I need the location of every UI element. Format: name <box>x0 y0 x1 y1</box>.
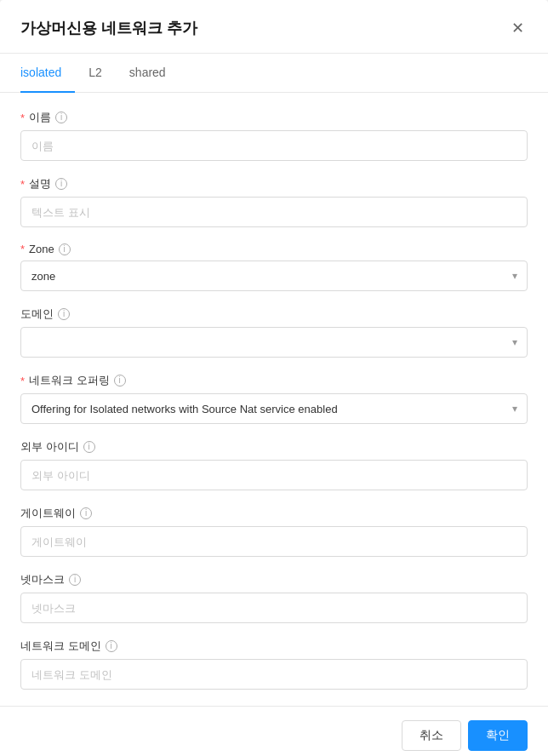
description-input[interactable] <box>20 197 528 227</box>
network-offering-info-icon[interactable]: i <box>114 375 126 387</box>
confirm-button[interactable]: 확인 <box>468 720 528 751</box>
zone-select[interactable]: zone <box>20 261 528 291</box>
tab-isolated[interactable]: isolated <box>20 54 75 93</box>
domain-label: 도메인 i <box>20 306 528 322</box>
tab-shared[interactable]: shared <box>116 54 180 93</box>
dialog-footer: 취소 확인 <box>0 706 548 756</box>
netmask-input[interactable] <box>20 593 528 623</box>
gateway-label-text: 게이트웨이 <box>20 506 76 521</box>
close-button[interactable]: ✕ <box>508 17 528 39</box>
tab-bar: isolated L2 shared <box>0 54 548 93</box>
name-required-mark: * <box>20 112 25 124</box>
gateway-info-icon[interactable]: i <box>80 507 92 519</box>
domain-field-group: 도메인 i ▾ <box>20 306 528 358</box>
dialog: 가상머신용 네트워크 추가 ✕ isolated L2 shared * 이름 … <box>0 0 548 756</box>
netmask-info-icon[interactable]: i <box>69 574 81 586</box>
zone-info-icon[interactable]: i <box>59 243 71 255</box>
zone-select-wrapper: zone ▾ <box>20 261 528 291</box>
external-id-input[interactable] <box>20 460 528 490</box>
external-id-label-text: 외부 아이디 <box>20 439 79 455</box>
zone-label-text: Zone <box>29 243 54 255</box>
name-label-text: 이름 <box>29 110 51 125</box>
network-offering-label: * 네트워크 오퍼링 i <box>20 373 528 388</box>
description-label-text: 설명 <box>29 176 51 192</box>
dialog-body: * 이름 i * 설명 i * Zone i zone <box>0 93 548 706</box>
network-offering-select[interactable]: Offering for Isolated networks with Sour… <box>20 393 528 424</box>
tab-l2[interactable]: L2 <box>75 54 116 93</box>
description-info-icon[interactable]: i <box>55 178 67 190</box>
cancel-button[interactable]: 취소 <box>402 720 461 751</box>
description-field-group: * 설명 i <box>20 176 528 227</box>
external-id-field-group: 외부 아이디 i <box>20 439 528 490</box>
netmask-field-group: 넷마스크 i <box>20 572 528 623</box>
external-id-label: 외부 아이디 i <box>20 439 528 455</box>
gateway-input[interactable] <box>20 526 528 557</box>
network-domain-label: 네트워크 도메인 i <box>20 639 528 654</box>
network-offering-required-mark: * <box>20 375 25 387</box>
domain-label-text: 도메인 <box>20 306 54 322</box>
network-domain-input[interactable] <box>20 659 528 690</box>
network-domain-info-icon[interactable]: i <box>106 640 117 652</box>
domain-select-wrapper: ▾ <box>20 327 528 358</box>
netmask-label: 넷마스크 i <box>20 572 528 587</box>
domain-info-icon[interactable]: i <box>58 308 70 320</box>
network-offering-select-wrapper: Offering for Isolated networks with Sour… <box>20 393 528 424</box>
zone-field-group: * Zone i zone ▾ <box>20 243 528 291</box>
network-domain-label-text: 네트워크 도메인 <box>20 639 101 654</box>
network-offering-label-text: 네트워크 오퍼링 <box>29 373 110 388</box>
description-required-mark: * <box>20 178 25 191</box>
zone-label: * Zone i <box>20 243 528 255</box>
external-id-info-icon[interactable]: i <box>83 441 95 453</box>
network-domain-field-group: 네트워크 도메인 i <box>20 639 528 690</box>
dialog-header: 가상머신용 네트워크 추가 ✕ <box>0 0 548 54</box>
name-info-icon[interactable]: i <box>55 112 67 123</box>
name-label: * 이름 i <box>20 110 528 125</box>
name-field-group: * 이름 i <box>20 110 528 161</box>
gateway-field-group: 게이트웨이 i <box>20 506 528 557</box>
network-offering-field-group: * 네트워크 오퍼링 i Offering for Isolated netwo… <box>20 373 528 424</box>
dialog-title: 가상머신용 네트워크 추가 <box>20 18 197 38</box>
domain-select[interactable] <box>20 327 528 358</box>
description-label: * 설명 i <box>20 176 528 192</box>
gateway-label: 게이트웨이 i <box>20 506 528 521</box>
netmask-label-text: 넷마스크 <box>20 572 65 587</box>
zone-required-mark: * <box>20 243 25 255</box>
name-input[interactable] <box>20 130 528 161</box>
